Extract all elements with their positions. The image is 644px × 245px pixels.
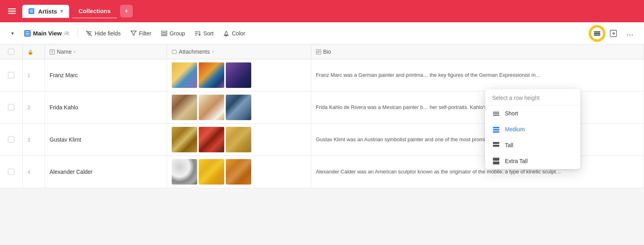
artist-name: Alexander Calder [50, 169, 93, 175]
artists-tab[interactable]: Artists ▾ [22, 5, 69, 18]
attachment-icon [172, 49, 177, 54]
attachments-column-header[interactable]: Attachments ▾ [167, 45, 311, 59]
artist-bio: Alexander Calder was an American sculpto… [316, 169, 561, 175]
svg-rect-32 [493, 145, 499, 147]
artists-tab-label: Artists [38, 8, 57, 15]
bio-column-header[interactable]: Bio [311, 45, 644, 59]
name-column-header[interactable]: Name ▾ [45, 45, 167, 59]
svg-rect-26 [493, 113, 499, 114]
main-view-label: Main View [33, 30, 62, 37]
bio-cell: Alexander Calder was an American sculpto… [311, 156, 644, 188]
more-options-label: ... [627, 29, 634, 37]
artwork-thumbnail [199, 95, 224, 120]
artist-name: Frida Kahlo [50, 104, 78, 111]
artwork-thumbnail [172, 127, 197, 152]
short-rows-icon [492, 110, 500, 117]
row-checkbox-cell [0, 91, 23, 124]
lock-header: 🔒 [23, 45, 45, 59]
table-header-row: 🔒 Name ▾ [0, 45, 644, 59]
svg-rect-31 [493, 142, 499, 144]
hide-fields-button[interactable]: Hide fields [82, 28, 124, 39]
svg-rect-34 [493, 161, 499, 165]
svg-rect-2 [8, 13, 16, 14]
svg-rect-25 [493, 112, 499, 113]
row-number-cell: 2 [23, 91, 45, 124]
dropdown-item-extra-tall[interactable]: Extra Tall [485, 153, 580, 169]
svg-rect-20 [594, 35, 600, 36]
people-icon [64, 31, 70, 36]
artist-name: Gustav Klimt [50, 136, 81, 143]
row-checkbox[interactable] [8, 169, 14, 175]
svg-rect-6 [29, 12, 33, 13]
row-checkbox[interactable] [8, 72, 14, 78]
sort-button[interactable]: Sort [191, 28, 218, 39]
svg-rect-4 [29, 10, 33, 10]
row-number-cell: 3 [23, 124, 45, 156]
artwork-thumbnail [226, 95, 251, 120]
svg-rect-15 [161, 33, 167, 34]
svg-rect-14 [161, 31, 167, 32]
svg-rect-10 [25, 35, 30, 35]
extra-tall-rows-icon [492, 158, 500, 165]
share-icon [610, 30, 617, 37]
toolbar-end: ... [590, 26, 638, 41]
hamburger-button[interactable] [5, 4, 19, 18]
collections-tab[interactable]: Collections [72, 4, 117, 18]
group-label: Group [170, 30, 185, 37]
bio-cell: Gustav Klimt was an Austrian symbolist p… [311, 124, 644, 156]
svg-rect-28 [493, 127, 499, 128]
sort-icon [195, 31, 201, 36]
dropdown-header-label: Select a row height [492, 95, 539, 101]
bio-cell: Frida Kahlo de Rivera was a Mexican pain… [311, 91, 644, 124]
artwork-thumbnail [226, 62, 251, 88]
lock-icon: 🔒 [27, 49, 33, 55]
dropdown-tall-label: Tall [505, 142, 513, 148]
filter-label: Filter [139, 30, 151, 37]
row-checkbox-cell [0, 156, 23, 188]
row-checkbox[interactable] [8, 136, 14, 143]
artwork-thumbnail [199, 159, 224, 185]
dropdown-item-short[interactable]: Short [485, 105, 580, 121]
artwork-thumbnail [226, 127, 251, 152]
collections-tab-label: Collections [79, 8, 111, 14]
group-icon [161, 31, 167, 36]
main-view-button[interactable]: Main View [20, 27, 74, 39]
dropdown-item-tall[interactable]: Tall [485, 137, 580, 153]
add-tab-button[interactable]: + [120, 5, 133, 18]
artwork-thumbnail [226, 159, 251, 185]
dropdown-medium-label: Medium [505, 126, 525, 132]
row-checkbox-cell [0, 59, 23, 91]
color-button[interactable]: Color [219, 28, 249, 39]
sort-label: Sort [204, 30, 214, 37]
artwork-thumbnail [172, 95, 197, 120]
filter-icon [130, 31, 137, 36]
more-options-button[interactable]: ... [623, 27, 638, 40]
svg-rect-23 [172, 50, 177, 54]
svg-rect-8 [25, 31, 30, 32]
hide-fields-label: Hide fields [95, 30, 120, 37]
dropdown-item-medium[interactable]: Medium [485, 121, 580, 137]
row-number: 2 [27, 105, 30, 111]
share-button[interactable] [606, 27, 621, 39]
row-height-button[interactable] [590, 26, 604, 41]
tall-rows-icon [492, 142, 500, 149]
svg-rect-33 [493, 158, 499, 161]
group-button[interactable]: Group [157, 28, 189, 39]
row-number-cell: 1 [23, 59, 45, 91]
toolbar: ▼ Main View Hide fields Filter [0, 22, 644, 45]
attachments-cell [167, 91, 311, 124]
view-chevron-button[interactable]: ▼ [6, 29, 19, 38]
row-height-icon [594, 30, 601, 37]
svg-line-13 [86, 31, 92, 36]
grid-view-icon [24, 30, 31, 37]
dropdown-short-label: Short [505, 110, 518, 117]
svg-point-12 [67, 32, 69, 33]
row-checkbox[interactable] [8, 104, 14, 111]
checkbox-header[interactable] [0, 45, 23, 59]
toolbar-separator-1 [78, 29, 78, 38]
svg-point-11 [65, 31, 67, 33]
table-row[interactable]: 1Franz MarcFranz Marc was a German paint… [0, 59, 644, 91]
svg-rect-16 [161, 35, 167, 36]
svg-rect-0 [8, 8, 16, 10]
filter-button[interactable]: Filter [126, 28, 155, 39]
